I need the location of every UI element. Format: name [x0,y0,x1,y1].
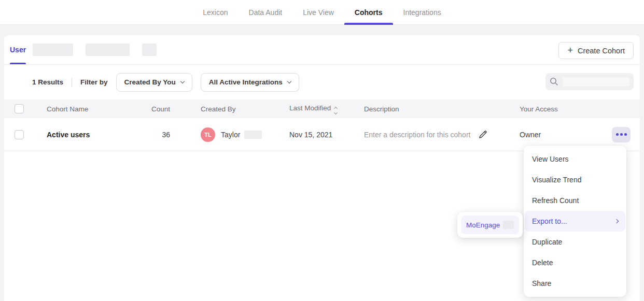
tab-user-label: User [10,46,26,54]
menu-item-label: Export to... [532,217,567,225]
panel-tab-strip: User + Create Cohort [4,35,640,65]
last-modified-cell: Nov 15, 2021 [289,131,364,139]
redacted-block [86,44,130,56]
avatar: TL [201,127,215,142]
redacted-block [503,221,514,229]
chevron-down-icon [287,79,291,83]
create-cohort-button[interactable]: + Create Cohort [558,42,634,59]
col-description: Description [364,105,520,113]
menu-item-delete[interactable]: Delete [524,252,626,273]
description-placeholder[interactable]: Enter a description for this cohort [364,131,470,139]
sort-icon[interactable] [334,107,337,114]
tab-label: Data Audit [249,8,283,17]
submenu-item-moengage[interactable]: MoEngage [461,216,519,234]
redacted-block [563,77,629,87]
menu-item-refresh-count[interactable]: Refresh Count [524,190,626,211]
redacted-block [244,131,262,139]
tab-label: Live View [303,8,334,17]
tab-data-audit[interactable]: Data Audit [239,0,293,24]
pencil-icon[interactable] [478,130,488,139]
description-cell: Enter a description for this cohort [364,130,520,139]
menu-item-label: Duplicate [532,238,562,246]
tab-live-view[interactable]: Live View [292,0,344,24]
menu-item-visualize-trend[interactable]: Visualize Trend [524,169,626,190]
create-cohort-label: Create Cohort [578,47,625,55]
results-count: 1 Results [32,78,63,86]
cohort-count: 36 [149,131,170,139]
select-all-checkbox[interactable] [15,104,24,113]
col-last-modified: Last Modified [289,104,364,114]
filter-bar: 1 Results Filter by Created By You All A… [4,65,640,99]
top-nav: Lexicon Data Audit Live View Cohorts Int… [0,0,644,25]
tab-lexicon[interactable]: Lexicon [192,0,238,24]
search-input[interactable] [545,73,634,90]
plus-icon: + [567,46,573,55]
caret-up-icon [334,106,338,110]
menu-item-label: Visualize Trend [532,176,581,184]
dropdown-label: All Active Integrations [209,78,283,86]
menu-item-label: Refresh Count [532,196,579,205]
caret-down-icon [334,110,338,114]
chevron-right-icon [614,219,619,223]
table-header: Cohort Name Count Created By Last Modifi… [4,99,640,118]
more-actions-button[interactable] [612,127,631,142]
menu-item-label: View Users [532,155,569,163]
redacted-block [33,44,73,56]
menu-item-share[interactable]: Share [524,273,626,294]
col-your-access: Your Access [520,105,582,113]
menu-item-label: Delete [532,259,553,267]
filter-by-label: Filter by [80,78,108,86]
tab-user[interactable]: User [10,35,26,64]
integrations-filter-dropdown[interactable]: All Active Integrations [201,73,299,92]
col-cohort-name: Cohort Name [47,105,149,113]
row-context-menu: View Users Visualize Trend Refresh Count… [524,146,626,297]
cohort-name-link[interactable]: Active users [47,131,90,139]
redacted-tabs [33,44,157,56]
tab-integrations[interactable]: Integrations [393,0,452,24]
dropdown-label: Created By You [124,78,176,86]
tab-cohorts[interactable]: Cohorts [344,0,393,24]
col-count: Count [149,105,170,113]
access-cell: Owner [520,131,582,139]
menu-item-export-to[interactable]: Export to... [525,211,625,232]
tab-label: Integrations [403,8,441,17]
three-dots-icon [624,133,627,136]
export-submenu: MoEngage [457,212,523,238]
three-dots-icon [620,133,623,136]
menu-item-view-users[interactable]: View Users [524,149,626,169]
col-created-by: Created By [201,105,289,113]
menu-item-label: Share [532,279,551,288]
divider [72,78,72,87]
submenu-item-label: MoEngage [466,221,500,229]
row-checkbox[interactable] [15,130,24,139]
tab-label: Lexicon [203,8,228,17]
created-by-name: Taylor [221,131,240,139]
menu-item-duplicate[interactable]: Duplicate [524,232,626,252]
col-last-modified-label: Last Modified [289,104,331,112]
redacted-block [142,44,157,56]
tab-label: Cohorts [355,8,383,17]
chevron-down-icon [180,79,185,83]
created-by-filter-dropdown[interactable]: Created By You [116,73,192,92]
three-dots-icon [616,133,619,136]
search-icon [550,77,558,86]
created-by-cell: TL Taylor [201,127,289,142]
